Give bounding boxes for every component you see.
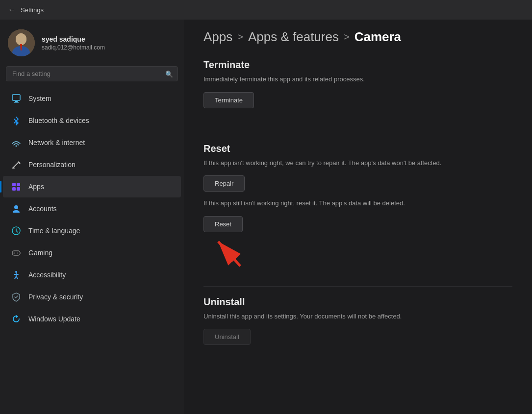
sidebar-item-personalization[interactable]: Personalization: [3, 154, 181, 175]
personalization-icon: [11, 159, 22, 170]
breadcrumb-apps-features[interactable]: Apps & features: [248, 29, 339, 45]
user-profile[interactable]: syed sadique sadiq.012@hotmail.com: [0, 20, 184, 64]
sidebar-item-accessibility[interactable]: Accessibility: [3, 264, 181, 286]
breadcrumb-current: Camera: [355, 29, 401, 45]
svg-rect-15: [17, 187, 20, 191]
arrow-annotation: [203, 234, 512, 268]
svg-point-8: [16, 146, 17, 147]
svg-rect-5: [12, 95, 20, 100]
red-arrow-icon: [203, 234, 248, 268]
privacy-icon: [11, 292, 22, 302]
sidebar-item-accounts[interactable]: Accounts: [3, 198, 181, 219]
sidebar-item-label-system: System: [28, 95, 51, 102]
breadcrumb-sep1: >: [237, 31, 243, 43]
content-area: Apps > Apps & features > Camera Terminat…: [184, 20, 532, 414]
reset-button[interactable]: Reset: [203, 216, 243, 232]
sidebar-item-bluetooth[interactable]: Bluetooth & devices: [3, 110, 181, 131]
sidebar-item-label-update: Windows Update: [28, 315, 80, 323]
back-button[interactable]: ←: [8, 5, 16, 14]
sidebar-item-label-accounts: Accounts: [28, 205, 57, 213]
uninstall-description: Uninstall this app and its settings. You…: [203, 312, 512, 321]
search-input[interactable]: [6, 66, 178, 81]
titlebar-title: Settings: [21, 6, 44, 14]
user-info: syed sadique sadiq.012@hotmail.com: [42, 35, 105, 51]
terminate-description: Immediately terminate this app and its r…: [203, 74, 512, 84]
svg-rect-14: [12, 187, 16, 191]
uninstall-section: Uninstall Uninstall this app and its set…: [203, 296, 512, 352]
search-box[interactable]: 🔍: [6, 66, 178, 81]
time-icon: [11, 225, 22, 236]
sidebar-item-label-gaming: Gaming: [28, 249, 52, 257]
svg-point-3: [16, 33, 26, 45]
reset-description-2: If this app still isn't working right, r…: [203, 198, 512, 208]
svg-line-9: [13, 162, 19, 168]
accounts-icon: [11, 203, 22, 214]
nav-list: SystemBluetooth & devicesNetwork & inter…: [0, 87, 184, 330]
breadcrumb-apps[interactable]: Apps: [203, 29, 232, 45]
reset-section: Reset If this app isn't working right, w…: [203, 143, 512, 268]
repair-button[interactable]: Repair: [203, 175, 245, 192]
sidebar-item-label-bluetooth: Bluetooth & devices: [28, 117, 89, 124]
sidebar-item-gaming[interactable]: Gaming: [3, 242, 181, 264]
breadcrumb-sep2: >: [344, 31, 350, 43]
svg-marker-30: [16, 315, 18, 318]
sidebar-item-time[interactable]: Time & language: [3, 220, 181, 242]
sidebar-item-update[interactable]: Windows Update: [3, 308, 181, 330]
sidebar-item-label-apps: Apps: [28, 183, 44, 191]
sidebar-item-network[interactable]: Network & internet: [3, 132, 181, 153]
avatar-image: [8, 29, 35, 56]
sidebar-item-label-time: Time & language: [28, 227, 80, 235]
svg-rect-12: [12, 183, 16, 186]
system-icon: [11, 93, 22, 104]
reset-title: Reset: [203, 143, 512, 154]
divider-2: [203, 286, 512, 287]
apps-icon: [11, 181, 22, 192]
terminate-title: Terminate: [203, 59, 512, 71]
user-name: syed sadique: [42, 35, 105, 43]
svg-rect-6: [15, 101, 18, 102]
update-icon: [11, 314, 22, 324]
svg-point-16: [14, 205, 18, 209]
sidebar-item-apps[interactable]: Apps: [3, 176, 181, 197]
main-layout: syed sadique sadiq.012@hotmail.com 🔍 Sys…: [0, 20, 532, 414]
terminate-section: Terminate Immediately terminate this app…: [203, 59, 512, 115]
divider-1: [203, 133, 512, 133]
user-email: sadiq.012@hotmail.com: [42, 44, 105, 51]
svg-rect-11: [12, 168, 15, 169]
sidebar-item-label-privacy: Privacy & security: [28, 293, 83, 301]
reset-description-1: If this app isn't working right, we can …: [203, 158, 512, 168]
terminate-button[interactable]: Terminate: [203, 92, 254, 108]
svg-line-29: [16, 276, 18, 279]
svg-rect-7: [14, 102, 19, 103]
network-icon: [11, 137, 22, 148]
sidebar-item-label-network: Network & internet: [28, 139, 85, 146]
svg-line-19: [16, 231, 18, 232]
uninstall-title: Uninstall: [203, 296, 512, 308]
sidebar: syed sadique sadiq.012@hotmail.com 🔍 Sys…: [0, 20, 184, 414]
breadcrumb: Apps > Apps & features > Camera: [203, 29, 512, 45]
accessibility-icon: [11, 269, 22, 280]
svg-rect-13: [17, 183, 20, 186]
avatar: [8, 29, 35, 56]
svg-line-32: [218, 242, 240, 266]
sidebar-item-label-personalization: Personalization: [28, 161, 76, 169]
uninstall-button[interactable]: Uninstall: [203, 329, 251, 345]
sidebar-item-privacy[interactable]: Privacy & security: [3, 286, 181, 308]
sidebar-item-system[interactable]: System: [3, 88, 181, 109]
gaming-icon: [11, 247, 22, 258]
bluetooth-icon: [11, 115, 22, 126]
search-icon: 🔍: [165, 70, 173, 77]
titlebar: ← Settings: [0, 0, 532, 20]
sidebar-item-label-accessibility: Accessibility: [28, 271, 66, 279]
